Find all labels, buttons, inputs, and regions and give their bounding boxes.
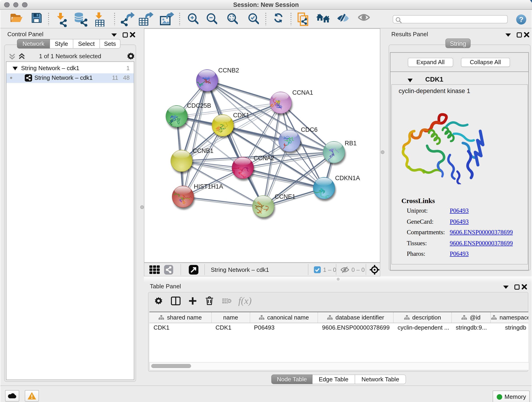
svg-text:CDKN1A: CDKN1A [335,175,360,182]
svg-text:?: ? [519,15,524,24]
svg-text:CCNE1: CCNE1 [275,193,296,200]
svg-text:CCNA1: CCNA1 [292,89,313,96]
svg-text:CCNB1: CCNB1 [193,147,214,154]
svg-text:CDC25B: CDC25B [187,102,211,109]
svg-text:CDC6: CDC6 [301,126,317,133]
svg-text:CDK1: CDK1 [233,112,249,119]
svg-text:CCNA2: CCNA2 [254,155,274,162]
svg-text:HIST1H1A: HIST1H1A [194,183,223,190]
svg-text:CCNB2: CCNB2 [218,67,239,74]
svg-text:RB1: RB1 [345,140,357,147]
